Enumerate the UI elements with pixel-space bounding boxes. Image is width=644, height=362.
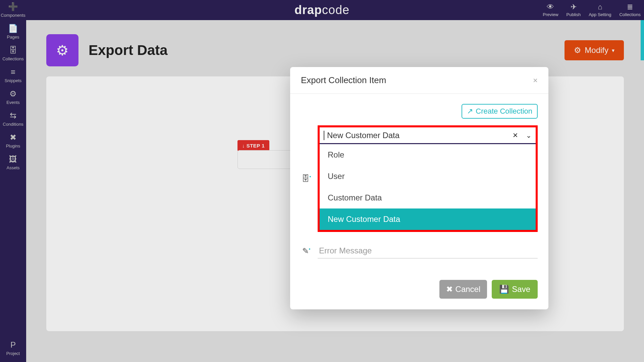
collection-select-value: New Customer Data: [324, 131, 513, 140]
option-role[interactable]: Role: [320, 144, 536, 166]
external-link-icon: ↗: [467, 107, 473, 116]
chevron-down-icon[interactable]: ⌄: [526, 131, 532, 139]
pencil-field-icon: ✎•: [301, 246, 312, 256]
create-collection-button[interactable]: ↗ Create Collection: [462, 104, 538, 119]
close-icon: ✖: [446, 285, 453, 294]
error-message-input[interactable]: [318, 243, 538, 258]
database-field-icon: 🗄•: [301, 174, 312, 183]
option-user[interactable]: User: [320, 166, 536, 187]
error-message-row: ✎•: [301, 243, 538, 258]
export-modal: Export Collection Item × ↗ Create Collec…: [290, 67, 548, 309]
modal-footer: ✖ Cancel 💾 Save: [290, 273, 548, 309]
modal-title: Export Collection Item: [301, 75, 386, 85]
collection-options: Role User Customer Data New Customer Dat…: [320, 144, 536, 230]
save-icon: 💾: [499, 285, 509, 294]
option-customer-data[interactable]: Customer Data: [320, 187, 536, 208]
save-label: Save: [512, 285, 530, 294]
modal-body: ↗ Create Collection 🗄• New Customer Data…: [290, 94, 548, 273]
collection-select-row: 🗄• New Customer Data × ⌄ Role User Custo…: [301, 125, 538, 232]
option-new-customer-data[interactable]: New Customer Data: [320, 208, 536, 230]
cancel-label: Cancel: [455, 285, 481, 294]
scrollbar[interactable]: [641, 20, 644, 60]
collection-select-annotated: New Customer Data × ⌄ Role User Customer…: [318, 125, 538, 232]
modal-close-button[interactable]: ×: [533, 76, 538, 85]
save-button[interactable]: 💾 Save: [492, 280, 538, 299]
cancel-button[interactable]: ✖ Cancel: [439, 280, 487, 299]
create-collection-label: Create Collection: [476, 107, 532, 116]
collection-select[interactable]: New Customer Data × ⌄: [320, 127, 536, 144]
select-clear-button[interactable]: ×: [513, 130, 518, 140]
modal-header: Export Collection Item ×: [290, 67, 548, 94]
